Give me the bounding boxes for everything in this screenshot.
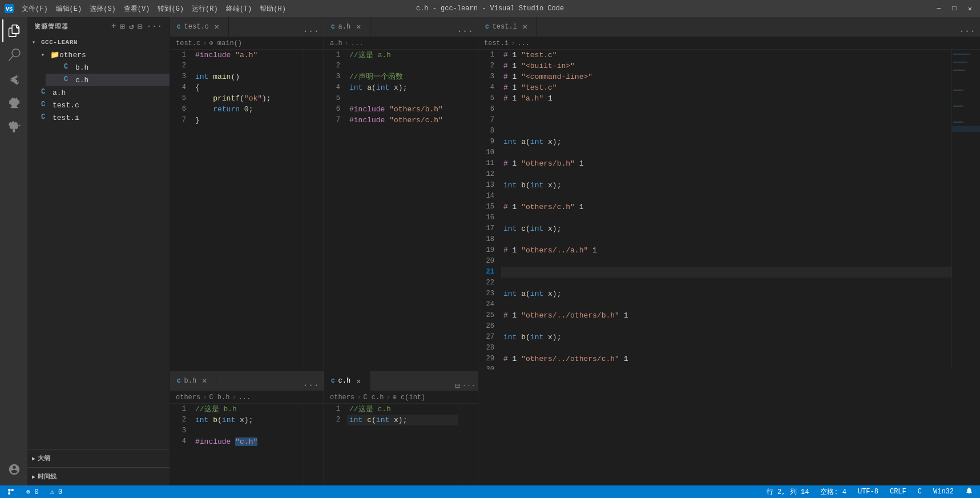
breadcrumb-ah-file[interactable]: a.h [330,39,342,47]
table-row: 18 [478,234,951,245]
breadcrumb-testi-ellipsis[interactable]: ... [517,39,530,47]
activity-account-icon[interactable] [2,458,25,481]
window-minimize-button[interactable]: ─ [933,3,944,14]
status-error-count: 0 [34,488,38,496]
code-editor-testi[interactable]: 1# 1 "test.c" 2# 1 "<built-in>" 3# 1 "<c… [478,50,951,370]
tab-testi-close[interactable]: ✕ [521,22,530,31]
tab-more-ah[interactable]: ··· [452,26,478,37]
outline-header[interactable]: ▶ 大纲 [27,452,170,465]
breadcrumb-bh-ellipsis[interactable]: ... [239,393,251,401]
breadcrumb-ah-ellipsis[interactable]: ... [351,39,364,47]
tab-more-bh[interactable]: ··· [298,380,324,391]
file-testi[interactable]: C test.i [27,111,170,124]
new-file-icon[interactable]: + [111,22,116,31]
status-encoding[interactable]: UTF-8 [856,488,881,496]
tab-bh-icon: C [177,377,181,384]
table-row: 20 [478,256,951,267]
tab-more-ch-btn[interactable]: ··· [462,381,475,390]
tab-ch[interactable]: C c.h ✕ [324,371,370,391]
titlebar-menu: 文件(F) 编辑(E) 选择(S) 查看(V) 转到(G) 运行(R) 终端(T… [18,3,289,15]
menu-select[interactable]: 选择(S) [86,3,119,15]
more-actions-icon[interactable]: ··· [147,22,163,31]
breadcrumb-bh-file[interactable]: C b.h [209,393,229,401]
table-row: 1# 1 "test.c" [478,50,951,61]
file-bh[interactable]: C b.h [46,61,170,74]
activity-debug-icon[interactable] [2,91,25,114]
menu-edit[interactable]: 编辑(E) [53,3,86,15]
menu-terminal[interactable]: 终端(T) [223,3,256,15]
project-root[interactable]: ▾ GCC-LEARN [27,36,170,49]
timeline-header[interactable]: ▶ 时间线 [27,470,170,483]
code-editor-testc[interactable]: 1#include "a.h" 2 3int main() 4{ 5 print… [170,50,304,370]
collapse-icon[interactable]: ⊟ [138,22,143,31]
file-testc[interactable]: C test.c [27,99,170,111]
menu-goto[interactable]: 转到(G) [154,3,187,15]
window-maximize-button[interactable]: □ [949,3,960,14]
breadcrumb-testc-symbol[interactable]: ⊕ main() [209,39,242,47]
file-ch[interactable]: C c.h [46,74,170,86]
error-icon: ⊗ [26,488,30,496]
breadcrumb-ch-others[interactable]: others [330,393,354,401]
breadcrumb-ch: others › C c.h › ⊕ c(int) [324,391,478,404]
new-folder-icon[interactable]: ⊞ [120,22,125,31]
code-editor-bh[interactable]: 1//这是 b.h 2int b(int x); 3 4#include "c.… [170,404,304,485]
activity-explorer-icon[interactable] [2,19,25,42]
menu-run[interactable]: 运行(R) [188,3,221,15]
tab-more-testc[interactable]: ··· [298,26,324,37]
status-git-icon[interactable] [5,488,17,496]
status-language[interactable]: C [916,488,924,496]
menu-help[interactable]: 帮助(H) [256,3,289,15]
status-position[interactable]: 行 2, 列 14 [764,487,811,497]
main-container: 资源管理器 + ⊞ ↺ ⊟ ··· ▾ GCC-LEARN ▾ 📁 others… [0,17,980,485]
status-platform[interactable]: Win32 [931,488,956,496]
tab-testc[interactable]: C test.c ✕ [170,17,229,37]
window-close-button[interactable]: ✕ [965,3,975,14]
tab-ah[interactable]: C a.h ✕ [324,17,370,37]
code-editor-ch[interactable]: 1//这是 c.h 2int c(int x); [324,404,458,485]
activity-search-icon[interactable] [2,43,25,66]
table-row: 2 [324,61,458,71]
tab-bar-testc: C test.c ✕ ··· [170,17,324,37]
breadcrumb-ch-file[interactable]: C c.h [363,393,384,401]
timeline-label: 时间线 [38,472,57,481]
menu-view[interactable]: 查看(V) [120,3,154,15]
split-editor-icon[interactable]: ⊟ [455,381,459,391]
tab-ah-icon: C [331,23,335,30]
svg-rect-2 [952,50,980,370]
file-bh-label: b.h [75,63,88,72]
editor-pane-bh-inner: 1//这是 b.h 2int b(int x); 3 4#include "c.… [170,404,324,485]
table-row: 3int main() [170,71,304,82]
tab-more-testi[interactable]: ··· [954,26,980,37]
timeline-arrow-icon: ▶ [32,473,35,480]
svg-rect-3 [953,54,970,54]
breadcrumb-ch-symbol[interactable]: ⊕ c(int) [393,393,426,401]
svg-rect-8 [953,122,963,122]
refresh-icon[interactable]: ↺ [129,22,134,31]
tab-testi[interactable]: C test.i ✕ [478,17,537,37]
status-notifications-icon[interactable] [963,487,975,497]
table-row: 6 [478,104,951,115]
folder-others[interactable]: ▾ 📁 others [37,49,170,61]
status-warnings[interactable]: ⚠ 0 [48,488,65,496]
table-row: 25# 1 "others/../others/b.h" 1 [478,310,951,321]
activity-extensions-icon[interactable] [2,115,25,138]
breadcrumb-bh-others[interactable]: others [176,393,200,401]
tab-bh-close[interactable]: ✕ [200,376,209,385]
tab-testc-close[interactable]: ✕ [212,22,221,31]
tab-ah-close[interactable]: ✕ [354,22,363,31]
breadcrumb-testc-file[interactable]: test.c [176,39,200,47]
status-eol[interactable]: CRLF [888,488,909,496]
tab-bh[interactable]: C b.h ✕ [170,371,216,391]
tab-ch-close[interactable]: ✕ [354,376,363,385]
status-spaces[interactable]: 空格: 4 [818,487,849,497]
table-row: 14 [478,191,951,202]
status-errors[interactable]: ⊗ 0 [24,488,41,496]
menu-file[interactable]: 文件(F) [18,3,51,15]
status-left: ⊗ 0 ⚠ 0 [5,488,64,496]
breadcrumb-testi-file[interactable]: test.i [484,39,509,47]
table-row: 10 [478,147,951,158]
code-editor-ah[interactable]: 1//这是 a.h 2 3//声明一个函数 4int a(int x); 5 6… [324,50,458,370]
file-ah-label: a.h [53,89,66,97]
activity-scm-icon[interactable] [2,67,25,90]
file-ah[interactable]: C a.h [27,86,170,99]
